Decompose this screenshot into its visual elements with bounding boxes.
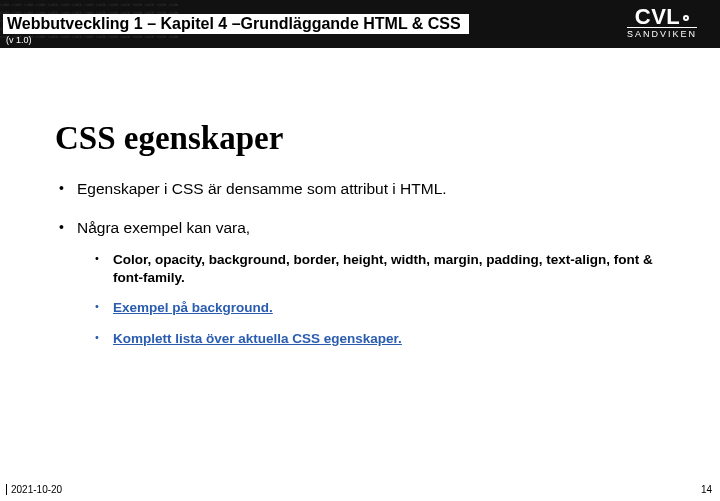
link-background-example[interactable]: Exempel på background. [113, 299, 675, 317]
logo-dot-icon [683, 15, 689, 21]
slide-version: (v 1.0) [6, 35, 32, 45]
header-bar: Webbutveckling 1 – Kapitel 4 –Grundlägga… [0, 0, 720, 48]
list-item: Color, opacity, background, border, heig… [113, 251, 675, 287]
logo-text-bottom: SANDVIKEN [627, 27, 697, 39]
logo: CVL SANDVIKEN [614, 5, 710, 41]
list-item: Några exempel kan vara, Color, opacity, … [77, 218, 675, 348]
list-item-text: Några exempel kan vara, [77, 219, 250, 236]
footer-date: 2021-10-20 [6, 484, 62, 495]
slide: Webbutveckling 1 – Kapitel 4 –Grundlägga… [0, 0, 720, 501]
list-item: Egenskaper i CSS är densamme som attribu… [77, 179, 675, 200]
bullet-list: Egenskaper i CSS är densamme som attribu… [55, 179, 675, 348]
content-area: CSS egenskaper Egenskaper i CSS är densa… [55, 120, 675, 366]
link-css-properties-list[interactable]: Komplett lista över aktuella CSS egenska… [113, 330, 675, 348]
content-heading: CSS egenskaper [55, 120, 675, 157]
footer-page-number: 14 [701, 484, 712, 495]
logo-text-top: CVL [635, 7, 690, 27]
sub-bullet-list: Color, opacity, background, border, heig… [77, 251, 675, 348]
slide-title: Webbutveckling 1 – Kapitel 4 –Grundlägga… [3, 14, 469, 34]
